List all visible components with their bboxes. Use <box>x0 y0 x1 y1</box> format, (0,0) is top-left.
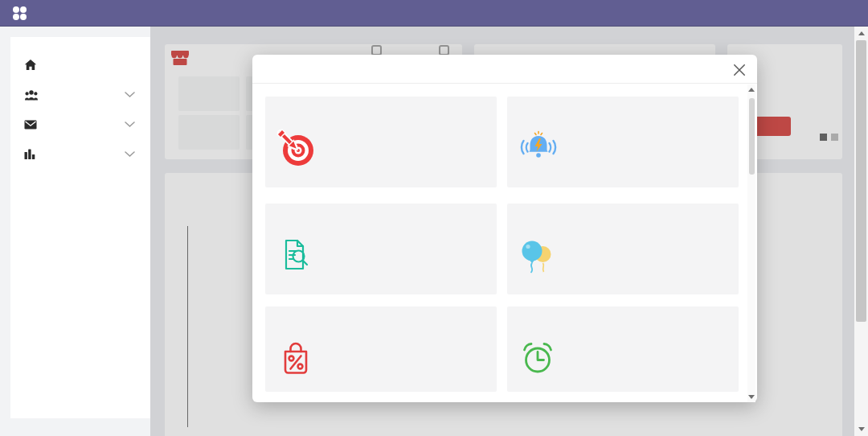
dartboard-icon <box>276 129 315 167</box>
chevron-down-icon <box>125 92 135 97</box>
bag-percent-icon <box>276 339 315 377</box>
tip-card-holiday-marketing <box>507 204 739 294</box>
application-center-page <box>0 0 868 436</box>
scroll-up-icon[interactable] <box>748 88 755 92</box>
mail-icon <box>24 120 39 130</box>
tip-card-seasonal-clearance <box>265 306 497 392</box>
app-header <box>0 0 868 27</box>
edm-tips-modal <box>252 55 757 402</box>
modal-header <box>252 55 757 84</box>
alarm-clock-icon <box>518 339 557 377</box>
tip-card-churn-wakeup <box>507 97 739 187</box>
bar-chart-icon <box>24 149 39 159</box>
sidebar <box>10 37 150 418</box>
balloons-icon <box>518 236 557 274</box>
close-icon[interactable] <box>731 62 747 78</box>
tip-card-order-reminder <box>507 306 739 392</box>
modal-scrollbar-thumb[interactable] <box>749 98 755 175</box>
scroll-up-icon[interactable] <box>858 31 865 35</box>
chevron-down-icon <box>125 151 135 157</box>
page-scrollbar-thumb[interactable] <box>856 40 866 322</box>
modal-scrollbar[interactable] <box>747 84 755 402</box>
page-scrollbar[interactable] <box>854 27 868 436</box>
scroll-down-icon[interactable] <box>748 395 755 399</box>
chevron-down-icon <box>125 121 135 127</box>
tip-card-daily-marketing <box>265 97 497 187</box>
sidebar-item-email-marketing[interactable] <box>10 109 150 139</box>
sidebar-item-analytics[interactable] <box>10 139 150 169</box>
survey-doc-icon <box>276 236 315 274</box>
app-logo-icon <box>12 6 27 21</box>
tip-card-survey <box>265 204 497 294</box>
scroll-down-icon[interactable] <box>858 427 865 431</box>
home-icon <box>24 59 39 71</box>
bell-icon <box>518 129 557 167</box>
sidebar-item-dashboard[interactable] <box>10 50 150 80</box>
sidebar-item-members[interactable] <box>10 80 150 109</box>
members-icon <box>24 89 39 101</box>
